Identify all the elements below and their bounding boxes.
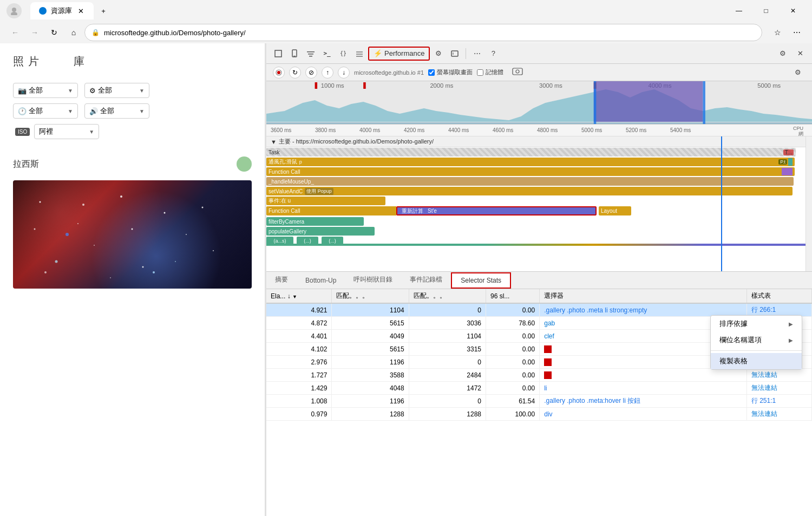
timeline-overview[interactable]: 1000 ms 2000 ms 3000 ms 4000 ms 5000 ms <box>266 81 812 125</box>
tab-event-log[interactable]: 事件記錄檔 <box>401 272 451 289</box>
tab-summary[interactable]: 摘要 <box>266 272 297 289</box>
camera-icon: 📷 <box>18 87 27 95</box>
screenshot-checkbox-label[interactable]: 螢幕擷取畫面 <box>428 68 473 76</box>
tab-selector-stats[interactable]: Selector Stats <box>451 272 511 289</box>
memory-tool[interactable] <box>447 47 462 61</box>
devtools-toolbar: >_ {} ⚡ Performance ⚙ ⋯ ? ⚙ ✕ <box>266 43 812 64</box>
col-match-pct[interactable]: 匹配。。。 <box>409 289 486 303</box>
svg-rect-23 <box>307 51 315 53</box>
help-button[interactable]: ? <box>486 47 501 61</box>
tab-call-tree[interactable]: 呼叫樹狀目錄 <box>345 272 401 289</box>
clear-button[interactable]: ⊘ <box>305 67 317 79</box>
svg-rect-30 <box>453 53 454 55</box>
svg-point-18 <box>34 228 36 230</box>
iso-filter[interactable]: 阿裡 ▼ <box>34 124 99 139</box>
forward-button[interactable]: → <box>26 25 43 40</box>
memory-checkbox[interactable] <box>477 69 483 76</box>
device-tool[interactable] <box>287 47 302 61</box>
tab-close-button[interactable]: ✕ <box>76 6 85 15</box>
style-sheet-link[interactable]: 行 251:1 <box>751 397 776 404</box>
maximize-button[interactable]: □ <box>754 2 778 19</box>
iso-row: ISO 阿裡 ▼ <box>15 124 252 139</box>
match-pct-cell: 0 <box>409 303 486 317</box>
table-row[interactable]: 0.979 1288 1288 100.00 div 無法連結 <box>266 408 812 421</box>
console-tool[interactable]: >_ <box>319 47 335 61</box>
record-button[interactable] <box>273 67 285 79</box>
context-menu-sort[interactable]: 排序依據 ▶ <box>711 316 802 332</box>
table-row[interactable]: 1.008 1196 0 61.54 .gallery .photo .meta… <box>266 395 812 408</box>
svg-point-9 <box>142 266 144 268</box>
address-bar[interactable]: 🔒 microsoftedge.github.io/Demos/photo-ga… <box>84 24 762 41</box>
settings-filter-value: 全部 <box>98 86 137 95</box>
more-button[interactable]: ⋯ <box>788 25 806 40</box>
settings-button[interactable]: ⚙ <box>775 47 790 61</box>
perf-settings-button[interactable]: ⚙ <box>790 66 806 80</box>
inspect-tool[interactable] <box>271 47 286 61</box>
func-call-row: Function Call <box>266 167 812 177</box>
active-tab[interactable]: 資源庫 ✕ <box>30 2 94 19</box>
camera-filter[interactable]: 📷 全部 ▼ <box>13 83 78 98</box>
browser-chrome: 資源庫 ✕ + — □ ✕ ← → ↻ ⌂ 🔒 microsoftedge.gi… <box>0 0 812 43</box>
svg-point-15 <box>132 228 133 230</box>
volume-icon: 🔊 <box>89 107 98 115</box>
reject-cell: 0.00 <box>486 369 539 382</box>
close-button[interactable]: ✕ <box>781 2 806 19</box>
more-tools-button[interactable]: ⋯ <box>469 47 484 61</box>
home-button[interactable]: ⌂ <box>65 25 82 40</box>
svg-point-0 <box>12 8 16 12</box>
flame-scrollbar[interactable] <box>806 136 812 271</box>
filter-row-1: 📷 全部 ▼ ⚙ 全部 ▼ <box>13 83 252 98</box>
title-bar: 資源庫 ✕ + — □ ✕ <box>0 0 812 22</box>
network-label: 網 <box>798 130 803 136</box>
col-style-sheet[interactable]: 樣式表 <box>746 289 811 303</box>
upload-button[interactable]: ↑ <box>322 67 333 79</box>
context-menu[interactable]: 排序依據 ▶ 欄位名稱選項 ▶ 複製表格 <box>710 315 802 370</box>
match-pct-cell: 2484 <box>409 369 486 382</box>
sources-tool[interactable]: {} <box>336 47 351 61</box>
main-thread-text: 主要 - https://microsoftedge.github.io/Dem… <box>279 138 434 146</box>
network-tool[interactable] <box>352 47 367 61</box>
tab-bottom-up[interactable]: Bottom-Up <box>297 273 345 289</box>
refresh-button[interactable]: ↻ <box>45 25 63 40</box>
screenshot-checkbox[interactable] <box>428 69 435 76</box>
context-menu-copy[interactable]: 複製表格 <box>711 353 802 369</box>
main-thread-label: ▼ 主要 - https://microsoftedge.github.io/D… <box>266 136 812 147</box>
svg-rect-42 <box>315 82 317 89</box>
minimize-button[interactable]: — <box>726 2 751 19</box>
context-menu-columns[interactable]: 欄位名稱選項 ▶ <box>711 332 802 348</box>
favorites-button[interactable]: ☆ <box>769 25 786 40</box>
event-green <box>788 158 793 166</box>
func-call-label: Function Call <box>269 169 300 175</box>
col-match-count[interactable]: 匹配。。。 <box>332 289 409 303</box>
func-call-bar: Function Call <box>266 167 795 176</box>
sidebar-header: 照片 庫 <box>0 43 265 74</box>
reload-record-button[interactable]: ↻ <box>289 67 301 79</box>
func-call-2-label: Function Call <box>269 208 300 214</box>
performance-tool[interactable]: ⚡ Performance <box>368 47 430 61</box>
back-button[interactable]: ← <box>6 25 24 40</box>
filter-row-2: 🕐 全部 ▼ 🔊 全部 ▼ <box>13 103 252 119</box>
collapse-arrow[interactable]: ▼ <box>271 139 277 145</box>
audio-filter[interactable]: 🔊 全部 ▼ <box>84 103 149 119</box>
table-row[interactable]: 4.921 1104 0 0.00 .gallery .photo .meta … <box>266 303 812 317</box>
close-devtools-button[interactable]: ✕ <box>793 47 808 61</box>
table-row[interactable]: 1.429 4048 1472 0.00 li 無法連結 <box>266 382 812 395</box>
style-sheet-link[interactable]: 行 266:1 <box>751 306 776 313</box>
data-table-container[interactable]: 排序依據 ▶ 欄位名稱選項 ▶ 複製表格 Ela... ↓ <box>266 289 812 516</box>
memory-checkbox-label[interactable]: 記憶體 <box>477 68 503 76</box>
settings-filter[interactable]: ⚙ 全部 ▼ <box>84 83 149 98</box>
application-tool[interactable]: ⚙ <box>431 47 446 61</box>
svg-point-14 <box>175 261 176 262</box>
col-elapsed[interactable]: Ela... ↓ <box>266 289 332 303</box>
event-u-row: 事件:在 u <box>266 196 812 206</box>
table-row[interactable]: 1.727 3588 2484 0.00 無法連結 <box>266 369 812 382</box>
download-button[interactable]: ↓ <box>338 67 350 79</box>
memory-label: 記憶體 <box>486 68 503 76</box>
col-reject[interactable]: 96 sl... <box>486 289 539 303</box>
svg-point-4 <box>120 195 122 198</box>
col-selector[interactable]: 選擇器 <box>540 289 747 303</box>
elements-tool[interactable] <box>303 47 318 61</box>
time-filter[interactable]: 🕐 全部 ▼ <box>13 103 78 119</box>
new-tab-button[interactable]: + <box>96 3 111 18</box>
ruler-3800: 3800 ms <box>315 127 336 133</box>
